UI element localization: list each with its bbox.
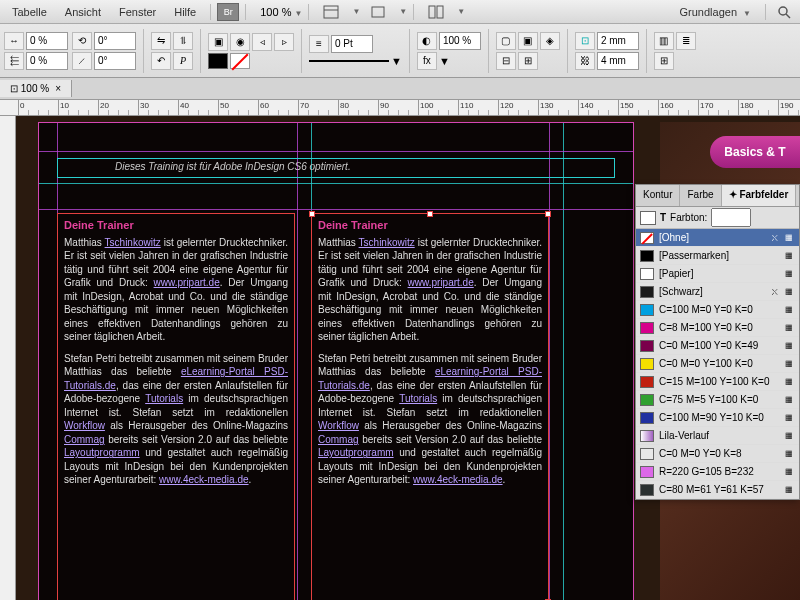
tab-farbfelder[interactable]: ✦ Farbfelder: [722, 185, 797, 206]
swatch-row[interactable]: C=100 M=0 Y=0 K=0▦: [636, 301, 799, 319]
stroke-style-picker[interactable]: [309, 60, 389, 62]
document-tab[interactable]: ⊡ 100 %×: [0, 80, 72, 97]
text-frame-left[interactable]: Deine Trainer Matthias Tschinkowitz ist …: [57, 213, 295, 600]
arrange-icon[interactable]: [422, 2, 450, 22]
swatch-label: C=75 M=5 Y=100 K=0: [659, 394, 780, 405]
bridge-button[interactable]: Br: [217, 3, 239, 21]
swatch-row[interactable]: R=220 G=105 B=232▦: [636, 463, 799, 481]
fill-swatch[interactable]: [208, 53, 228, 69]
skew-icon: ⟋: [72, 52, 92, 70]
tint-input[interactable]: [711, 208, 751, 227]
swatch-row[interactable]: C=15 M=100 Y=100 K=0▦: [636, 373, 799, 391]
shear-icon: ⬱: [4, 52, 24, 70]
panel-header: T Farbton:: [636, 207, 799, 229]
skew-input[interactable]: [94, 52, 136, 70]
swatch-label: [Ohne]: [659, 232, 766, 243]
tab-kontur[interactable]: Kontur: [636, 185, 680, 206]
canvas[interactable]: Basics & T Dieses Training ist für Adobe…: [16, 116, 800, 600]
svg-rect-0: [324, 6, 338, 18]
wrap-shape-icon[interactable]: ◈: [540, 32, 560, 50]
swatch-label: R=220 G=105 B=232: [659, 466, 780, 477]
flip-h-icon[interactable]: ⇋: [151, 32, 171, 50]
close-icon[interactable]: ×: [55, 83, 61, 94]
menu-fenster[interactable]: Fenster: [111, 3, 164, 21]
color-mode-icon: ▦: [785, 395, 795, 405]
gutter-input-1[interactable]: [597, 32, 639, 50]
wrap-jump-icon[interactable]: ⊟: [496, 52, 516, 70]
wrap-bound-icon[interactable]: ▣: [518, 32, 538, 50]
zoom-level[interactable]: 100 %▼: [260, 6, 302, 18]
swatch-label: [Passermarken]: [659, 250, 780, 261]
frame-fit-icon[interactable]: ⊡: [575, 32, 595, 50]
text-content-left: Deine Trainer Matthias Tschinkowitz ist …: [58, 214, 294, 499]
tab-farbe[interactable]: Farbe: [680, 185, 721, 206]
stroke-weight-input[interactable]: [331, 35, 373, 53]
swatch-chip: [640, 286, 654, 298]
rotate-input[interactable]: [94, 32, 136, 50]
swatch-chip: [640, 232, 654, 244]
swatch-chip: [640, 448, 654, 460]
swatch-row[interactable]: C=100 M=90 Y=10 K=0▦: [636, 409, 799, 427]
handle-tl[interactable]: [309, 211, 315, 217]
menu-ansicht[interactable]: Ansicht: [57, 3, 109, 21]
swatch-row[interactable]: Lila-Verlauf▦: [636, 427, 799, 445]
swatch-row[interactable]: C=0 M=0 Y=100 K=0▦: [636, 355, 799, 373]
align-icon[interactable]: ≣: [676, 32, 696, 50]
svg-line-6: [786, 14, 790, 18]
select-container-icon[interactable]: ▣: [208, 33, 228, 51]
wrap-column-icon[interactable]: ⊞: [518, 52, 538, 70]
swatch-row[interactable]: [Schwarz]⛌▦: [636, 283, 799, 301]
select-prev-icon[interactable]: ◃: [252, 33, 272, 51]
swatch-row[interactable]: [Papier]▦: [636, 265, 799, 283]
swatch-row[interactable]: C=75 M=5 Y=100 K=0▦: [636, 391, 799, 409]
swatch-chip: [640, 430, 654, 442]
swatch-chip: [640, 484, 654, 496]
scale-x-input[interactable]: [26, 32, 68, 50]
color-mode-icon: ▦: [785, 431, 795, 441]
swatch-row[interactable]: C=8 M=100 Y=0 K=0▦: [636, 319, 799, 337]
screen-mode-icon[interactable]: [364, 2, 392, 22]
swatch-row[interactable]: C=80 M=61 Y=61 K=57▦: [636, 481, 799, 499]
svg-rect-4: [437, 6, 443, 18]
color-mode-icon: ▦: [785, 467, 795, 477]
color-mode-icon: ▦: [785, 341, 795, 351]
rotate-ccw-icon[interactable]: ↶: [151, 52, 171, 70]
ruler-horizontal[interactable]: 0102030405060708090100110120130140150160…: [0, 100, 800, 116]
gutter-input-2[interactable]: [597, 52, 639, 70]
select-content-icon[interactable]: ◉: [230, 33, 250, 51]
swatch-row[interactable]: C=0 M=0 Y=0 K=8▦: [636, 445, 799, 463]
handle-tr[interactable]: [545, 211, 551, 217]
swatch-label: C=15 M=100 Y=100 K=0: [659, 376, 780, 387]
swatch-row[interactable]: [Passermarken]▦: [636, 247, 799, 265]
menu-hilfe[interactable]: Hilfe: [166, 3, 204, 21]
workspace: Basics & T Dieses Training ist für Adobe…: [0, 116, 800, 600]
wrap-none-icon[interactable]: ▢: [496, 32, 516, 50]
swatches-panel[interactable]: Kontur Farbe ✦ Farbfelder T Farbton: [Oh…: [635, 184, 800, 500]
basics-badge: Basics & T: [710, 136, 800, 168]
swatch-row[interactable]: C=0 M=100 Y=0 K=49▦: [636, 337, 799, 355]
ruler-vertical[interactable]: [0, 116, 16, 600]
opacity-input[interactable]: [439, 32, 481, 50]
shear-input[interactable]: [26, 52, 68, 70]
view-options-icon[interactable]: [317, 2, 345, 22]
menu-bar: Tabelle Ansicht Fenster Hilfe Br 100 %▼ …: [0, 0, 800, 24]
select-next-icon[interactable]: ▹: [274, 33, 294, 51]
link-icon[interactable]: ⛓: [575, 52, 595, 70]
search-icon[interactable]: [772, 2, 796, 22]
balance-icon[interactable]: ⊞: [654, 52, 674, 70]
swatch-chip: [640, 340, 654, 352]
char-panel-icon[interactable]: P: [173, 52, 193, 70]
flip-v-icon[interactable]: ⥮: [173, 32, 193, 50]
workspace-switcher[interactable]: Grundlagen ▼: [672, 3, 759, 21]
fill-proxy-icon[interactable]: [640, 211, 656, 225]
menu-tabelle[interactable]: Tabelle: [4, 3, 55, 21]
handle-tm[interactable]: [427, 211, 433, 217]
effects-icon[interactable]: fx: [417, 52, 437, 70]
stroke-swatch[interactable]: [230, 53, 250, 69]
text-frame-right[interactable]: Deine Trainer Matthias Tschinkowitz ist …: [311, 213, 549, 600]
page: Dieses Training ist für Adobe InDesign C…: [38, 122, 634, 600]
swatch-label: C=100 M=0 Y=0 K=0: [659, 304, 780, 315]
swatch-row[interactable]: [Ohne]⛌▦: [636, 229, 799, 247]
columns-icon[interactable]: ▥: [654, 32, 674, 50]
opacity-icon: ◐: [417, 32, 437, 50]
